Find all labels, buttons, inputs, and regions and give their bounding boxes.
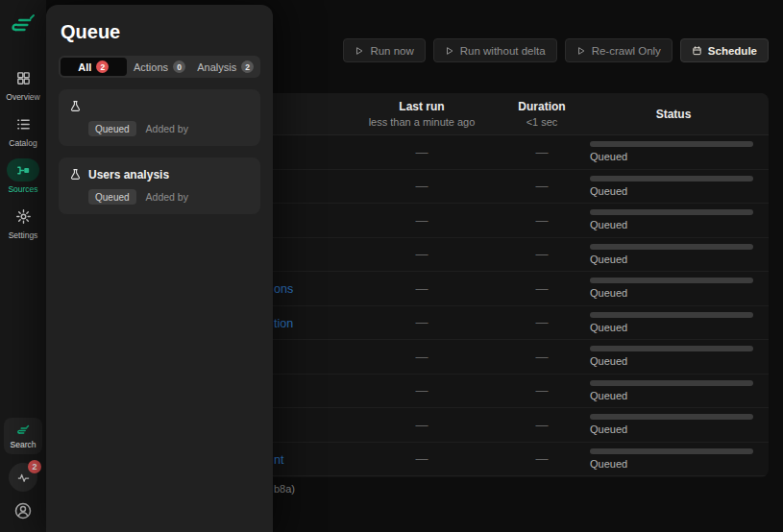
sidebar-item-overview[interactable]: Overview [6,66,39,102]
added-by-label: Added by [146,123,188,134]
notification-badge: 2 [28,460,41,473]
row-last-run: — [350,213,494,228]
queue-item-meta: Queued Added by [69,121,250,136]
sidebar-nav: Overview Catalog Sources [6,66,39,251]
tab-analysis-count-badge: 2 [241,60,254,73]
run-without-delta-button[interactable]: Run without delta [433,38,557,62]
row-name-link[interactable]: tion [274,317,293,330]
queue-panel-title: Queue [61,21,260,43]
row-status-label: Queued [590,219,757,230]
run-now-button[interactable]: Run now [343,38,425,62]
queue-item[interactable]: Users analysis Queued Added by [59,157,260,214]
header-last-run: Last run less than a minute ago [350,100,494,128]
queued-progress-bar [590,414,753,420]
sidebar: Overview Catalog Sources [0,0,46,532]
activity-button[interactable]: 2 [9,463,37,492]
row-status-label: Queued [590,458,757,470]
row-last-run: — [350,179,494,193]
queued-progress-bar [590,209,753,215]
search-logo-icon [15,423,31,439]
row-duration: — [494,451,590,466]
row-status-cell: Queued [590,141,769,162]
tab-actions-label: Actions [134,61,168,73]
queue-item-title: Users analysis [88,168,169,181]
row-status-label: Queued [590,254,757,265]
tab-all[interactable]: All 2 [61,58,127,76]
row-status-cell: Queued [590,244,769,265]
row-last-run: — [350,418,494,432]
status-label: Status [590,108,757,121]
tab-all-label: All [78,61,91,73]
sidebar-label-settings: Settings [9,230,38,240]
queued-progress-bar [590,380,753,386]
app-logo-icon [8,11,38,41]
list-icon [7,112,39,135]
added-by-label: Added by [146,191,188,203]
schedule-label: Schedule [708,45,757,57]
tab-actions[interactable]: Actions 0 [127,58,193,76]
row-name-link[interactable]: nt [274,453,283,467]
row-last-run: — [350,145,494,159]
queue-tabs: All 2 Actions 0 Analysis 2 [59,56,260,78]
sidebar-item-settings[interactable]: Settings [7,205,39,240]
play-icon [445,46,454,56]
schedule-button[interactable]: Schedule [680,38,769,62]
queue-panel: Queue All 2 Actions 0 Analysis 2 Queued … [46,5,273,532]
run-without-delta-label: Run without delta [460,45,546,57]
queued-progress-bar [590,312,753,318]
row-status-label: Queued [590,151,757,162]
grid-icon [7,66,39,89]
row-status-label: Queued [590,390,757,401]
row-status-cell: Queued [590,278,769,299]
last-run-label: Last run [350,100,494,113]
row-status-cell: Queued [590,448,769,470]
tab-analysis-label: Analysis [197,61,236,73]
row-status-cell: Queued [590,346,769,367]
row-duration: — [494,179,590,193]
row-status-label: Queued [590,423,757,435]
row-duration: — [494,315,590,329]
row-status-label: Queued [590,355,757,367]
duration-sub: <1 sec [494,116,590,128]
row-last-run: — [350,350,494,364]
queued-progress-bar [590,176,753,181]
row-status-cell: Queued [590,380,769,401]
row-last-run: — [350,383,494,398]
play-icon [576,46,586,56]
row-duration: — [494,350,590,364]
connector-icon [7,158,39,181]
search-button[interactable]: Search [4,418,42,454]
row-duration: — [494,145,590,159]
account-button[interactable] [13,501,33,520]
tab-analysis[interactable]: Analysis 2 [192,58,258,76]
row-status-label: Queued [590,185,757,197]
row-status-cell: Queued [590,414,769,435]
queued-progress-bar [590,448,753,454]
row-status-label: Queued [590,287,757,299]
duration-label: Duration [494,100,590,113]
flask-icon [69,100,82,112]
row-duration: — [494,383,590,398]
sidebar-item-sources[interactable]: Sources [7,158,39,194]
queue-item[interactable]: Queued Added by [59,89,260,146]
footer-version-text: b8a) [274,483,295,495]
row-status-label: Queued [590,322,757,333]
play-icon [355,46,364,56]
toolbar: Run now Run without delta Re-crawl Only … [343,38,769,62]
queued-progress-bar [590,278,753,283]
queued-progress-bar [590,244,753,250]
queued-chip: Queued [88,189,136,205]
queue-item-meta: Queued Added by [69,189,250,205]
sidebar-item-catalog[interactable]: Catalog [7,112,39,148]
row-last-run: — [350,281,494,296]
calendar-icon [692,45,702,56]
row-name-link[interactable]: ons [274,282,293,296]
recrawl-only-button[interactable]: Re-crawl Only [565,38,673,62]
queue-item-header [69,99,250,113]
gear-icon [7,205,39,228]
row-status-cell: Queued [590,176,769,197]
sidebar-label-overview: Overview [6,92,39,102]
row-status-cell: Queued [590,209,769,230]
sidebar-label-catalog: Catalog [9,138,37,148]
queued-progress-bar [590,346,753,351]
